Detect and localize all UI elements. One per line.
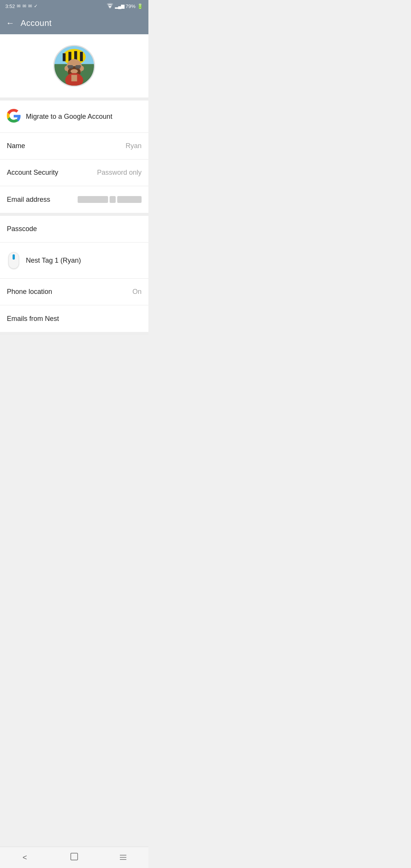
email-blur-block-2 [110, 196, 116, 203]
status-right: ▂▄▆ 79% 🔋 [107, 3, 143, 10]
passcode-label: Passcode [7, 225, 37, 233]
email-blur-block-3 [117, 196, 142, 203]
name-label: Name [7, 142, 25, 150]
back-button[interactable]: ← [6, 18, 14, 28]
svg-rect-11 [75, 65, 81, 69]
email-value-blurred [78, 196, 142, 203]
page-title: Account [21, 18, 52, 28]
main-content: Migrate to a Google Account Name Ryan Ac… [0, 34, 148, 356]
emails-from-nest-label: Emails from Nest [7, 315, 59, 323]
section-gap-1 [0, 213, 148, 216]
nest-tag-body [8, 252, 19, 269]
avatar-section[interactable] [0, 34, 148, 97]
svg-rect-16 [71, 75, 77, 81]
google-icon [7, 109, 21, 124]
nest-tag-left: Nest Tag 1 (Ryan) [7, 251, 142, 270]
status-bar: 3:52 ✉ ✉ ✉ ✓ ▂▄▆ 79% 🔋 [0, 0, 148, 12]
wifi-icon [107, 3, 113, 10]
mail-icon-3: ✉ [28, 3, 32, 9]
mail-icon-2: ✉ [22, 3, 26, 9]
name-value: Ryan [126, 142, 142, 150]
check-icon: ✓ [34, 3, 38, 9]
account-security-label: Account Security [7, 169, 58, 177]
name-item[interactable]: Name Ryan [0, 133, 148, 160]
status-left: 3:52 ✉ ✉ ✉ ✓ [5, 3, 38, 9]
nest-tag-label: Nest Tag 1 (Ryan) [26, 257, 81, 265]
phone-location-value: On [132, 288, 142, 296]
account-security-item[interactable]: Account Security Password only [0, 160, 148, 186]
mail-icon-1: ✉ [17, 3, 21, 9]
passcode-item[interactable]: Passcode [0, 216, 148, 243]
nest-tag-dot [13, 254, 15, 260]
svg-point-13 [64, 66, 68, 71]
emails-from-nest-item[interactable]: Emails from Nest [0, 305, 148, 332]
time-display: 3:52 [5, 3, 15, 9]
section-gap-2 [0, 332, 148, 335]
menu-section-1: Migrate to a Google Account Name Ryan Ac… [0, 101, 148, 213]
battery-display: 79% [126, 3, 135, 9]
migrate-item-left: Migrate to a Google Account [7, 109, 142, 124]
app-bar: ← Account [0, 12, 148, 34]
svg-rect-3 [63, 53, 66, 61]
phone-location-label: Phone location [7, 288, 52, 296]
account-security-value: Password only [97, 169, 142, 177]
battery-icon: 🔋 [137, 3, 143, 9]
svg-point-9 [71, 69, 78, 73]
svg-rect-10 [67, 65, 73, 69]
nest-tag-item[interactable]: Nest Tag 1 (Ryan) [0, 243, 148, 279]
avatar-divider [0, 97, 148, 101]
migrate-item[interactable]: Migrate to a Google Account [0, 101, 148, 133]
signal-icon: ▂▄▆ [115, 3, 124, 9]
menu-section-2: Passcode Nest Tag 1 (Ryan) Phone locatio… [0, 216, 148, 332]
email-item[interactable]: Email address [0, 186, 148, 213]
svg-point-14 [80, 66, 84, 71]
nest-tag-icon [7, 251, 21, 270]
svg-rect-6 [80, 52, 83, 61]
svg-rect-4 [68, 52, 72, 61]
email-label: Email address [7, 196, 50, 204]
avatar[interactable] [53, 45, 95, 87]
migrate-label: Migrate to a Google Account [26, 113, 112, 121]
email-blur-block-1 [78, 196, 108, 203]
phone-location-item[interactable]: Phone location On [0, 279, 148, 305]
